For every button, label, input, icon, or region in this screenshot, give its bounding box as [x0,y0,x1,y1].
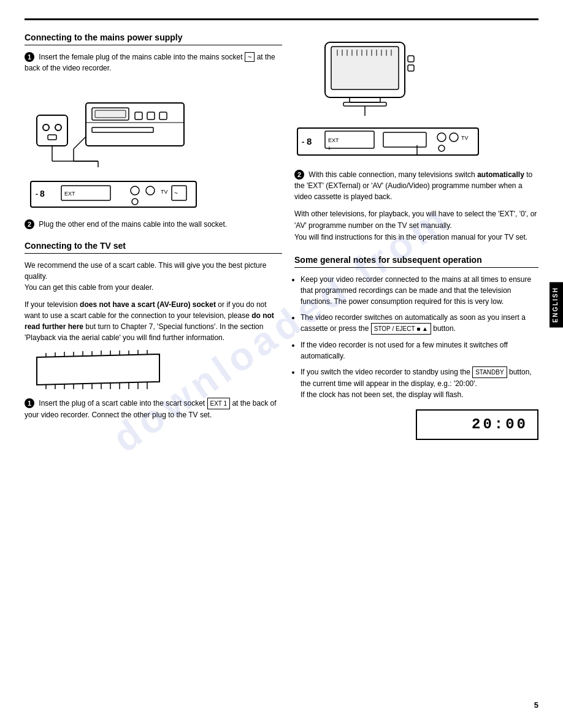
svg-rect-70 [408,56,414,62]
step2-text: 2 Plug the other end of the mains cable … [25,219,282,230]
svg-point-24 [146,186,155,195]
svg-rect-71 [408,65,414,71]
svg-text:~: ~ [174,190,178,197]
svg-marker-29 [37,354,159,385]
svg-line-15 [74,137,86,149]
ext1-btn: EXT 1 [207,398,231,409]
svg-point-81 [450,133,458,142]
right-step2: 2 With this cable connection, many telev… [294,169,538,202]
svg-point-2 [55,124,61,131]
svg-text:8: 8 [307,136,312,146]
svg-text:-: - [36,190,38,199]
scart-svg [25,348,172,391]
section2-step1: 1 Insert the plug of a scart cable into … [25,398,282,420]
section1-title: Connecting to the mains power supply [25,32,282,45]
display-time: 20:00 [472,416,528,433]
svg-rect-79 [383,132,426,147]
step1-circle: 1 [25,52,34,62]
svg-text:EXT: EXT [64,191,75,197]
bullet-list: Keep your video recorder connected to th… [301,274,538,400]
svg-text:TV: TV [461,135,469,141]
tv-diagram [294,37,538,119]
svg-point-25 [132,199,138,205]
bullet4: If you switch the video recorder to stan… [301,366,538,400]
svg-point-80 [437,133,446,142]
section2-para2: If your television does not have a scart… [25,299,282,343]
bullet1: Keep your video recorder connected to th… [301,274,538,307]
main-content-top: Connecting to the mains power supply 1 I… [25,32,538,440]
svg-rect-3 [48,135,56,140]
svg-rect-13 [92,127,153,132]
vcr-back-right-svg: - 8 EXT 1 TV [294,125,484,159]
svg-rect-55 [331,47,399,89]
svg-point-1 [43,124,49,131]
bullet3: If the video recorder is not used for a … [301,339,538,362]
step1-text1: Insert the female plug of the mains cabl… [39,53,242,61]
bullet2: The video recorder switches on automatic… [301,312,538,335]
section3-title: Some general notes for subsequent operat… [294,255,538,268]
top-rule [25,18,538,20]
display-box: 20:00 [416,409,538,440]
step2-text1: Plug the other end of the mains cable in… [39,220,227,229]
svg-text:8: 8 [40,189,45,199]
mains-svg [25,78,209,176]
svg-text:1: 1 [328,146,331,150]
page: downloaded from Connecting to the mains … [0,0,563,728]
right-step2-bold: automatically [477,170,524,179]
right-column: - 8 EXT 1 TV [294,32,538,440]
english-tab: ENGLISH [550,282,563,327]
svg-rect-69 [343,102,386,106]
left-column: Connecting to the mains power supply 1 I… [25,32,282,440]
right-step2-text1: With this cable connection, many televis… [308,170,477,179]
svg-rect-12 [159,112,167,119]
section2-step1-text1: Insert the plug of a scart cable into th… [39,399,207,408]
svg-point-23 [131,186,139,195]
page-number: 5 [534,700,538,710]
svg-rect-0 [37,115,67,146]
svg-text:-: - [302,137,304,146]
mains-diagram: - 8 EXT TV ~ [25,78,282,214]
svg-rect-10 [135,112,142,119]
section3: Some general notes for subsequent operat… [294,255,538,440]
right-step2-circle: 2 [294,170,304,180]
svg-rect-68 [350,97,380,102]
section2-title: Connecting to the TV set [25,241,282,254]
section2-bold1: does not have a scart (AV-Euro) socket [80,300,216,309]
section2-bold2: do not read further here [25,311,274,331]
svg-point-82 [439,145,445,151]
section2-intro: We recommend the use of a scart cable. T… [25,260,282,293]
svg-text:TV: TV [161,189,168,195]
step1-symbol: ~ [245,53,257,61]
svg-rect-9 [95,110,126,118]
step1-text: 1 Insert the female plug of the mains ca… [25,51,282,74]
svg-rect-7 [86,103,184,146]
svg-rect-11 [147,112,155,119]
vcr-back-svg: - 8 EXT TV ~ [25,178,209,212]
section2-step1-circle: 1 [25,398,34,408]
section2: Connecting to the TV set We recommend th… [25,241,282,420]
step2-circle: 2 [25,219,34,229]
scart-diagram [25,348,282,393]
vcr-back-right-diagram: - 8 EXT 1 TV [294,125,538,161]
svg-text:EXT: EXT [328,137,339,143]
tv-svg [294,37,429,117]
right-para: With other televisions, for playback, yo… [294,208,538,244]
standby-btn: STANDBY [472,366,507,378]
stop-eject-btn: STOP / EJECT ■ ▲ [371,323,431,335]
